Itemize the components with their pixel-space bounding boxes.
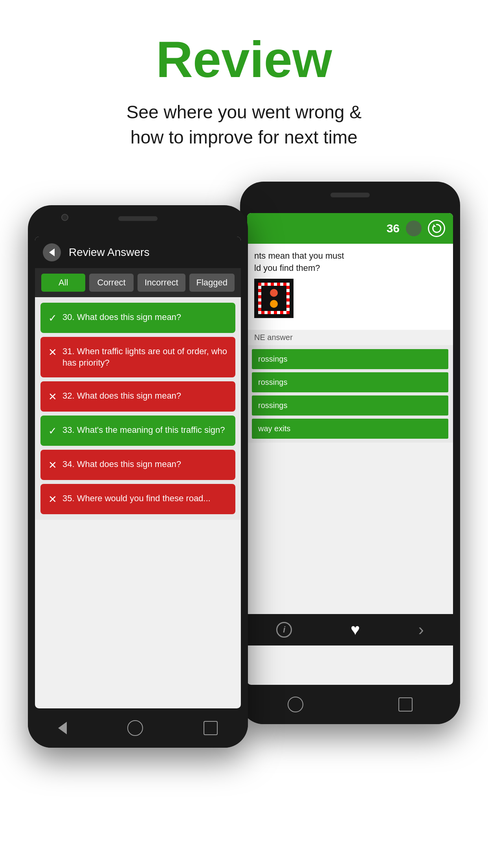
question-number: 36 — [387, 222, 400, 235]
answer-option[interactable]: rossings — [252, 372, 448, 392]
question-text: 31. When traffic lights are out of order… — [62, 346, 227, 369]
svg-rect-8 — [280, 283, 283, 286]
tab-correct[interactable]: Correct — [89, 274, 133, 292]
svg-rect-30 — [286, 289, 290, 292]
list-item[interactable]: ✕ 31. When traffic lights are out of ord… — [40, 337, 235, 377]
svg-rect-24 — [258, 295, 261, 298]
svg-rect-15 — [271, 311, 274, 314]
svg-rect-19 — [283, 311, 286, 314]
svg-rect-26 — [258, 302, 261, 305]
svg-rect-25 — [258, 298, 261, 302]
right-app-header: 36 — [247, 213, 453, 244]
bottom-action-bar: i ♥ › — [247, 614, 453, 645]
svg-rect-11 — [258, 311, 261, 314]
svg-rect-9 — [283, 283, 286, 286]
phone-speaker — [330, 193, 370, 197]
app-header: Review Answers — [35, 237, 241, 268]
svg-rect-34 — [286, 302, 290, 305]
answer-option[interactable]: way exits — [252, 419, 448, 439]
svg-rect-13 — [264, 311, 268, 314]
page-title: Review — [24, 31, 464, 88]
phone-speaker — [118, 216, 158, 221]
question-text: 33. What's the meaning of this traffic s… — [62, 424, 225, 436]
refresh-icon[interactable] — [428, 220, 445, 237]
check-icon: ✓ — [48, 312, 57, 324]
svg-rect-7 — [277, 283, 280, 286]
svg-rect-12 — [261, 311, 264, 314]
svg-rect-27 — [258, 305, 261, 308]
phones-container: Review Answers All Correct Incorrect Fla… — [28, 182, 460, 795]
cross-icon: ✕ — [48, 391, 57, 403]
answer-instruction: NE answer — [247, 330, 453, 345]
tab-all[interactable]: All — [41, 274, 85, 292]
svg-rect-22 — [258, 289, 261, 292]
answer-option[interactable]: rossings — [252, 395, 448, 416]
phone-camera — [61, 214, 68, 221]
nav-home-icon[interactable] — [127, 720, 143, 736]
svg-rect-21 — [258, 286, 261, 289]
left-phone-nav — [28, 708, 248, 748]
list-item[interactable]: ✓ 30. What does this sign mean? — [40, 303, 235, 333]
svg-rect-10 — [286, 283, 290, 286]
svg-rect-20 — [286, 311, 290, 314]
nav-back-icon[interactable] — [58, 722, 67, 734]
list-item[interactable]: ✕ 34. What does this sign mean? — [40, 450, 235, 480]
cross-icon: ✕ — [48, 346, 57, 359]
svg-rect-35 — [286, 305, 290, 308]
tab-incorrect[interactable]: Incorrect — [138, 274, 185, 292]
svg-rect-18 — [280, 311, 283, 314]
cross-icon: ✕ — [48, 493, 57, 506]
svg-rect-17 — [277, 311, 280, 314]
question-text: 35. Where would you find these road... — [62, 493, 211, 504]
cross-icon: ✕ — [48, 459, 57, 471]
orange-dot — [270, 300, 278, 308]
back-button[interactable] — [43, 243, 61, 261]
question-text: 30. What does this sign mean? — [62, 311, 181, 323]
header-section: Review See where you went wrong & how to… — [0, 0, 488, 166]
check-icon: ✓ — [48, 425, 57, 437]
heart-icon[interactable]: ♥ — [350, 621, 360, 638]
svg-marker-0 — [433, 224, 436, 227]
filter-tabs: All Correct Incorrect Flagged — [35, 268, 241, 297]
answer-option[interactable]: rossings — [252, 349, 448, 369]
right-phone: 36 nts mean that you must ld you find th… — [240, 182, 460, 724]
page-subtitle: See where you went wrong & how to improv… — [24, 99, 464, 150]
svg-rect-4 — [268, 283, 271, 286]
app-header-title: Review Answers — [69, 246, 149, 259]
traffic-sign-image — [254, 279, 294, 318]
right-phone-nav — [240, 685, 460, 724]
svg-rect-16 — [274, 311, 277, 314]
moon-icon[interactable] — [406, 221, 422, 236]
svg-rect-31 — [286, 292, 290, 295]
left-phone: Review Answers All Correct Incorrect Fla… — [28, 205, 248, 748]
nav-recent-icon[interactable] — [204, 721, 218, 735]
chevron-right-icon[interactable]: › — [418, 622, 424, 638]
svg-rect-14 — [268, 311, 271, 314]
list-item[interactable]: ✕ 32. What does this sign mean? — [40, 381, 235, 412]
tab-flagged[interactable]: Flagged — [189, 274, 235, 292]
svg-rect-33 — [286, 298, 290, 302]
svg-rect-6 — [274, 283, 277, 286]
list-item[interactable]: ✕ 35. Where would you find these road... — [40, 484, 235, 514]
svg-rect-28 — [258, 308, 261, 311]
info-button[interactable]: i — [276, 622, 292, 638]
question-text: 32. What does this sign mean? — [62, 390, 181, 402]
answer-options: rossings rossings rossings way exits — [247, 345, 453, 443]
question-content: nts mean that you must ld you find them? — [247, 244, 453, 330]
nav-recent-icon[interactable] — [398, 697, 413, 712]
question-text: 34. What does this sign mean? — [62, 458, 181, 470]
svg-rect-5 — [271, 283, 274, 286]
red-dot — [270, 289, 278, 297]
question-body: nts mean that you must ld you find them? — [254, 250, 446, 274]
left-phone-screen: Review Answers All Correct Incorrect Fla… — [35, 237, 241, 708]
question-list: ✓ 30. What does this sign mean? ✕ 31. Wh… — [35, 297, 241, 520]
back-arrow-icon — [49, 248, 55, 256]
svg-rect-23 — [258, 292, 261, 295]
svg-rect-36 — [286, 308, 290, 311]
list-item[interactable]: ✓ 33. What's the meaning of this traffic… — [40, 416, 235, 446]
svg-rect-29 — [286, 286, 290, 289]
svg-rect-32 — [286, 295, 290, 298]
svg-rect-2 — [261, 283, 264, 286]
svg-rect-1 — [258, 283, 261, 286]
nav-home-icon[interactable] — [288, 697, 303, 712]
